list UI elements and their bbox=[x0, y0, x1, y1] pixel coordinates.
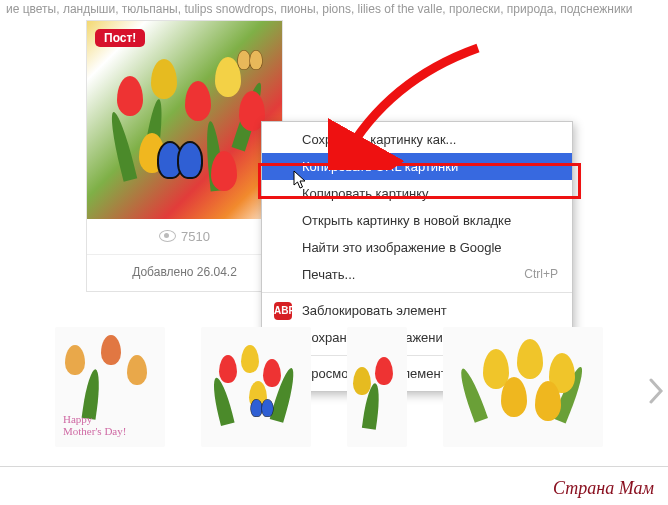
carousel-next-icon[interactable] bbox=[648, 378, 664, 404]
thumbnail[interactable] bbox=[443, 327, 603, 447]
shortcut-label: Ctrl+P bbox=[524, 267, 558, 281]
butterfly-icon bbox=[157, 141, 203, 181]
thumbnail[interactable]: HappyMother's Day! bbox=[55, 327, 165, 447]
menu-print[interactable]: Печать...Ctrl+P bbox=[262, 261, 572, 288]
thumb-caption: HappyMother's Day! bbox=[63, 413, 126, 437]
added-date: Добавлено 26.04.2 bbox=[87, 255, 282, 291]
image-card: Пост! 7510 Добавлено 26.04.2 bbox=[86, 20, 283, 292]
menu-save-image-as[interactable]: Сохранить картинку как... bbox=[262, 126, 572, 153]
menu-open-new-tab[interactable]: Открыть картинку в новой вкладке bbox=[262, 207, 572, 234]
eye-icon bbox=[159, 230, 176, 242]
thumbnail-strip: HappyMother's Day! bbox=[55, 322, 615, 452]
thumbnail[interactable] bbox=[347, 327, 407, 447]
menu-abp-block[interactable]: ABP Заблокировать элемент bbox=[262, 297, 572, 324]
view-count: 7510 bbox=[87, 219, 282, 255]
menu-copy-image[interactable]: Копировать картинку bbox=[262, 180, 572, 207]
thumbnail[interactable] bbox=[201, 327, 311, 447]
tag-bar: ие цветы, ландыши, тюльпаны, tulips snow… bbox=[0, 0, 668, 18]
card-image[interactable]: Пост! bbox=[87, 21, 282, 219]
post-badge: Пост! bbox=[95, 29, 145, 47]
abp-icon: ABP bbox=[274, 302, 292, 320]
footer-divider bbox=[0, 466, 668, 467]
menu-search-google[interactable]: Найти это изображение в Google bbox=[262, 234, 572, 261]
site-watermark: Страна Мам bbox=[553, 478, 654, 499]
butterfly-small-icon bbox=[237, 50, 262, 72]
menu-copy-image-url[interactable]: Копировать URL картинки bbox=[262, 153, 572, 180]
